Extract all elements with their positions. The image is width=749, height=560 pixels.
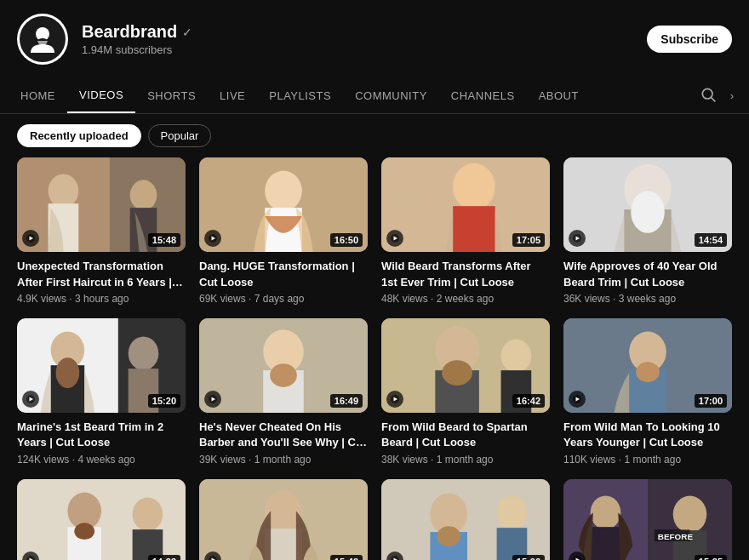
- video-card-10[interactable]: 15:42 First Time in 7 Years Washing His …: [199, 479, 368, 561]
- video-meta-2: 69K views · 7 days ago: [199, 293, 368, 305]
- video-thumbnail-1: 15:48: [17, 157, 186, 252]
- svg-point-6: [49, 174, 79, 209]
- video-thumbnail-9: 14:33: [17, 479, 186, 561]
- video-info-7: From Wild Beard to Spartan Beard | Cut L…: [381, 413, 550, 465]
- video-meta-8: 110K views · 1 month ago: [563, 454, 732, 466]
- video-thumbnail-4: 14:54: [563, 157, 732, 252]
- video-thumbnail-5: 15:20: [17, 318, 186, 413]
- svg-point-76: [497, 495, 528, 529]
- video-title-1: Unexpected Transformation After First Ha…: [17, 259, 186, 289]
- tab-playlists[interactable]: PLAYLISTS: [257, 79, 343, 112]
- duration-8: 17:00: [695, 394, 727, 408]
- svg-point-48: [442, 360, 472, 386]
- video-meta-3: 48K views · 2 weeks ago: [381, 293, 550, 305]
- video-thumbnail-3: 17:05: [381, 157, 550, 252]
- duration-9: 14:33: [148, 555, 180, 560]
- video-title-4: Wife Approves of 40 Year Old Beard Trim …: [563, 259, 732, 289]
- video-meta-4: 36K views · 3 weeks ago: [563, 293, 732, 305]
- video-card-8[interactable]: 17:00 From Wild Man To Looking 10 Years …: [563, 318, 732, 466]
- svg-point-8: [130, 180, 157, 210]
- subscriber-count: 1.94M subscribers: [82, 43, 633, 56]
- play-icon-6: [204, 391, 221, 408]
- channel-header: Beardbrand ✓ 1.94M subscribers Subscribe: [0, 0, 749, 78]
- filter-row: Recently uploaded Popular: [0, 114, 749, 157]
- svg-point-2: [702, 89, 712, 99]
- duration-10: 15:42: [330, 555, 363, 560]
- video-card-7[interactable]: 16:42 From Wild Beard to Spartan Beard |…: [381, 318, 550, 466]
- video-meta-5: 124K views · 4 weeks ago: [17, 454, 186, 466]
- tab-about[interactable]: ABOUT: [527, 79, 591, 112]
- svg-point-49: [501, 339, 532, 373]
- svg-rect-19: [453, 206, 495, 252]
- video-info-5: Marine's 1st Beard Trim in 2 Years | Cut…: [17, 413, 186, 465]
- svg-line-3: [711, 98, 715, 102]
- video-card-3[interactable]: 17:05 Wild Beard Transforms After 1st Ev…: [381, 157, 550, 305]
- play-icon-5: [22, 391, 39, 408]
- duration-1: 15:48: [148, 233, 180, 247]
- nav-more-arrow[interactable]: ›: [723, 83, 740, 109]
- video-thumbnail-8: 17:00: [563, 318, 732, 413]
- search-icon[interactable]: [693, 79, 723, 112]
- svg-point-20: [390, 186, 424, 212]
- video-thumbnail-2: 16:50: [199, 157, 368, 252]
- svg-point-56: [636, 362, 660, 382]
- video-title-3: Wild Beard Transforms After 1st Ever Tri…: [381, 259, 550, 289]
- channel-name: Beardbrand: [82, 22, 177, 42]
- svg-rect-83: [591, 527, 621, 560]
- duration-5: 15:20: [148, 394, 180, 408]
- video-card-9[interactable]: 14:33 Handsome Irishman Gets Crispy Fade…: [17, 479, 186, 561]
- video-title-6: He's Never Cheated On His Barber and You…: [199, 420, 368, 450]
- svg-point-82: [591, 495, 621, 529]
- video-title-5: Marine's 1st Beard Trim in 2 Years | Cut…: [17, 420, 186, 450]
- tab-videos[interactable]: VIDEOS: [67, 78, 135, 113]
- video-card-11[interactable]: 15:26 He's Completely Different After Cu…: [381, 479, 550, 561]
- video-info-8: From Wild Man To Looking 10 Years Younge…: [563, 413, 732, 465]
- svg-point-18: [453, 163, 495, 210]
- duration-4: 14:54: [695, 233, 727, 247]
- video-title-8: From Wild Man To Looking 10 Years Younge…: [563, 420, 732, 450]
- tab-channels[interactable]: CHANNELS: [439, 79, 527, 112]
- verified-icon: ✓: [182, 26, 192, 39]
- tab-community[interactable]: COMMUNITY: [343, 79, 439, 112]
- play-icon-7: [386, 391, 403, 408]
- video-card-5[interactable]: 15:20 Marine's 1st Beard Trim in 2 Years…: [17, 318, 186, 466]
- video-card-4[interactable]: 14:54 Wife Approves of 40 Year Old Beard…: [563, 157, 732, 305]
- tab-live[interactable]: LIVE: [208, 79, 257, 112]
- nav-tabs: HOME VIDEOS SHORTS LIVE PLAYLISTS COMMUN…: [0, 78, 749, 114]
- tab-shorts[interactable]: SHORTS: [135, 79, 208, 112]
- video-title-7: From Wild Beard to Spartan Beard | Cut L…: [381, 420, 550, 450]
- avatar: [17, 14, 68, 65]
- subscribe-button[interactable]: Subscribe: [647, 26, 732, 53]
- video-thumbnail-11: 15:26: [381, 479, 550, 561]
- video-grid: 15:48 Unexpected Transformation After Fi…: [0, 157, 749, 560]
- svg-text:BEFORE: BEFORE: [658, 532, 694, 541]
- duration-6: 16:49: [330, 394, 363, 408]
- duration-2: 16:50: [330, 233, 363, 247]
- video-thumbnail-10: 15:42: [199, 479, 368, 561]
- video-info-1: Unexpected Transformation After First Ha…: [17, 252, 186, 304]
- filter-popular[interactable]: Popular: [148, 124, 212, 147]
- video-info-4: Wife Approves of 40 Year Old Beard Trim …: [563, 252, 732, 304]
- video-title-2: Dang. HUGE Transformation | Cut Loose: [199, 259, 368, 289]
- svg-point-63: [133, 497, 163, 531]
- svg-point-62: [74, 523, 94, 540]
- svg-point-13: [265, 171, 302, 212]
- video-card-12[interactable]: BEFORE 15:35 Husband Transforms After Cu…: [563, 479, 732, 561]
- video-meta-1: 4.9K views · 3 hours ago: [17, 293, 186, 305]
- duration-3: 17:05: [512, 233, 545, 247]
- video-card-6[interactable]: 16:49 He's Never Cheated On His Barber a…: [199, 318, 368, 466]
- tab-home[interactable]: HOME: [9, 79, 67, 112]
- channel-info: Beardbrand ✓ 1.94M subscribers: [82, 22, 633, 56]
- video-thumbnail-12: BEFORE 15:35: [563, 479, 732, 561]
- video-thumbnail-6: 16:49: [199, 318, 368, 413]
- video-info-6: He's Never Cheated On His Barber and You…: [199, 413, 368, 465]
- duration-7: 16:42: [512, 394, 545, 408]
- video-thumbnail-7: 16:42: [381, 318, 550, 413]
- video-card-1[interactable]: 15:48 Unexpected Transformation After Fi…: [17, 157, 186, 305]
- duration-12: 15:35: [695, 555, 727, 560]
- filter-recently-uploaded[interactable]: Recently uploaded: [17, 124, 141, 147]
- video-meta-6: 39K views · 1 month ago: [199, 454, 368, 466]
- video-card-2[interactable]: 16:50 Dang. HUGE Transformation | Cut Lo…: [199, 157, 368, 305]
- svg-point-34: [129, 336, 159, 370]
- duration-11: 15:26: [512, 555, 545, 560]
